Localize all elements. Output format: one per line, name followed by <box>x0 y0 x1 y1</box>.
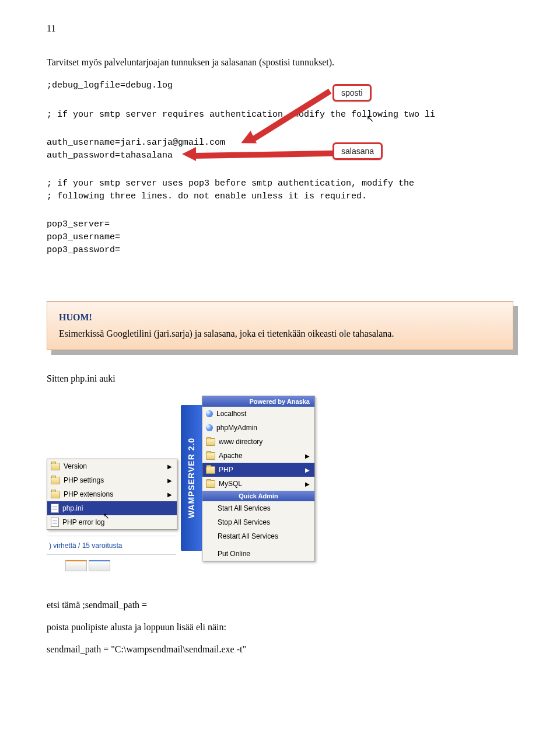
arrow-salasana-line <box>194 151 334 159</box>
outro-line-3: sendmail_path = "C:\wampsendmail\sendmai… <box>47 644 513 655</box>
note-text: Esimerkissä Googletilini (jari.sarja) ja… <box>59 329 501 339</box>
menu-label: PHP <box>219 466 233 474</box>
folder-icon <box>206 438 215 446</box>
menu-label: www directory <box>219 438 262 446</box>
intro-text: Tarvitset myös palveluntarjoajan tunnuks… <box>47 57 513 68</box>
callout-salasana: salasana <box>332 142 383 160</box>
chevron-right-icon: ▶ <box>167 477 172 484</box>
document-icon <box>51 518 59 527</box>
taskbar-tab[interactable] <box>65 560 87 571</box>
menu-start-services[interactable]: Start All Services <box>202 501 314 515</box>
code-line-debug: ;debug_logfile=debug.log <box>47 79 173 93</box>
menu-wwwdir[interactable]: www directory <box>202 435 314 449</box>
submenu-php-ini[interactable]: php.ini <box>47 501 177 515</box>
wampserver-banner: WAMPSERVER 2.0 <box>181 405 202 551</box>
arrow-salasana-head <box>182 147 196 161</box>
chevron-right-icon: ▶ <box>305 467 310 473</box>
mouse-cursor-icon: ↖ <box>366 113 374 124</box>
ini-screenshot: ;debug_logfile=debug.log ; if your smtp … <box>47 79 513 284</box>
menu-mysql[interactable]: MySQL ▶ <box>202 477 314 491</box>
code-line-pop3-user: pop3_username= <box>47 231 120 245</box>
document-icon <box>51 504 59 513</box>
menu-phpmyadmin[interactable]: phpMyAdmin <box>202 421 314 435</box>
folder-icon <box>51 477 60 484</box>
menu-php[interactable]: PHP ▶ <box>202 463 314 477</box>
page-number: 11 <box>47 23 513 34</box>
menu-label: phpMyAdmin <box>216 424 257 432</box>
code-line-auth-user: auth_username=jari.sarja@gmail.com <box>47 137 225 150</box>
status-text: ) virhettä / 15 varoitusta <box>49 542 122 550</box>
code-line-pop3-comment2: ; following three lines. do not enable u… <box>47 190 367 204</box>
mouse-cursor-icon: ↖ <box>103 511 110 521</box>
taskbar-tab[interactable] <box>89 560 110 571</box>
note-box: HUOM! Esimerkissä Googletilini (jari.sar… <box>47 301 513 350</box>
menu-apache[interactable]: Apache ▶ <box>202 449 314 463</box>
menu-label: Restart All Services <box>218 532 278 540</box>
wamp-menu-screenshot: Version ▶ PHP settings ▶ PHP extensions … <box>47 396 315 577</box>
code-line-pop3-pass: pop3_password= <box>47 244 120 257</box>
arrow-sposti-head <box>238 131 257 149</box>
folder-icon <box>206 452 215 460</box>
chevron-right-icon: ▶ <box>305 453 310 459</box>
submenu-errorlog[interactable]: PHP error log <box>47 515 177 529</box>
submenu-label: php.ini <box>62 504 83 512</box>
outro-line-1: etsi tämä ;sendmail_path = <box>47 600 513 610</box>
chevron-right-icon: ▶ <box>305 481 310 487</box>
submenu-extensions[interactable]: PHP extensions ▶ <box>47 487 177 501</box>
folder-icon <box>51 463 60 470</box>
menu-restart-services[interactable]: Restart All Services <box>202 529 314 543</box>
code-line-auth-pass: auth_password=tahasalana <box>47 149 173 163</box>
outro-line-2: poista puolipiste alusta ja loppuun lisä… <box>47 622 513 633</box>
globe-icon <box>206 424 213 431</box>
submenu-settings[interactable]: PHP settings ▶ <box>47 473 177 487</box>
submenu-label: PHP settings <box>64 476 104 484</box>
menu-label: Localhost <box>216 410 246 418</box>
chevron-right-icon: ▶ <box>167 463 172 470</box>
menu-header: Powered by Anaska <box>202 396 314 407</box>
menu-section-quickadmin: Quick Admin <box>202 491 314 501</box>
submenu-label: PHP error log <box>62 518 104 526</box>
note-heading: HUOM! <box>59 312 501 323</box>
code-line-pop3-comment1: ; if your smtp server uses pop3 before s… <box>47 177 414 191</box>
submenu-label: Version <box>64 462 87 470</box>
folder-icon <box>206 466 215 474</box>
folder-icon <box>206 480 215 488</box>
sitten-text: Sitten php.ini auki <box>47 373 513 384</box>
submenu-version[interactable]: Version ▶ <box>47 459 177 473</box>
menu-put-online[interactable]: Put Online <box>202 547 314 561</box>
chevron-right-icon: ▶ <box>167 491 172 498</box>
code-line-smtp-comment: ; if your smtp server requires authentic… <box>47 109 435 122</box>
menu-label: Stop All Services <box>218 518 270 526</box>
callout-sposti: sposti <box>332 84 372 102</box>
menu-label: Start All Services <box>218 504 271 512</box>
menu-label: Put Online <box>218 550 250 558</box>
wamp-main-menu: Powered by Anaska Localhost phpMyAdmin w… <box>202 396 315 561</box>
menu-stop-services[interactable]: Stop All Services <box>202 515 314 529</box>
menu-label: MySQL <box>219 480 242 488</box>
globe-icon <box>206 410 213 417</box>
wampserver-banner-text: WAMPSERVER 2.0 <box>187 438 196 518</box>
code-line-pop3-server: pop3_server= <box>47 218 110 232</box>
php-submenu: Version ▶ PHP settings ▶ PHP extensions … <box>47 459 177 530</box>
submenu-label: PHP extensions <box>64 490 113 498</box>
menu-label: Apache <box>219 452 243 460</box>
folder-icon <box>51 491 60 498</box>
menu-localhost[interactable]: Localhost <box>202 407 314 421</box>
